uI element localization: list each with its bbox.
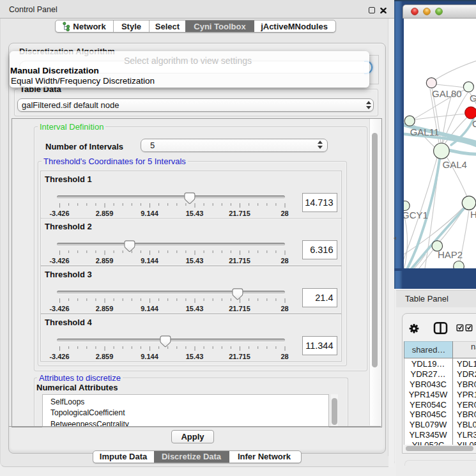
svg-text:GAL80: GAL80 — [432, 88, 462, 99]
svg-text:GA: GA — [470, 93, 476, 104]
svg-text:CY: CY — [472, 118, 476, 129]
svg-text:HAP2: HAP2 — [438, 249, 463, 260]
svg-text:GCY1: GCY1 — [404, 210, 428, 220]
svg-text:GAL4: GAL4 — [443, 159, 467, 170]
svg-text:GAL11: GAL11 — [410, 127, 440, 137]
svg-text:HA: HA — [470, 209, 476, 220]
